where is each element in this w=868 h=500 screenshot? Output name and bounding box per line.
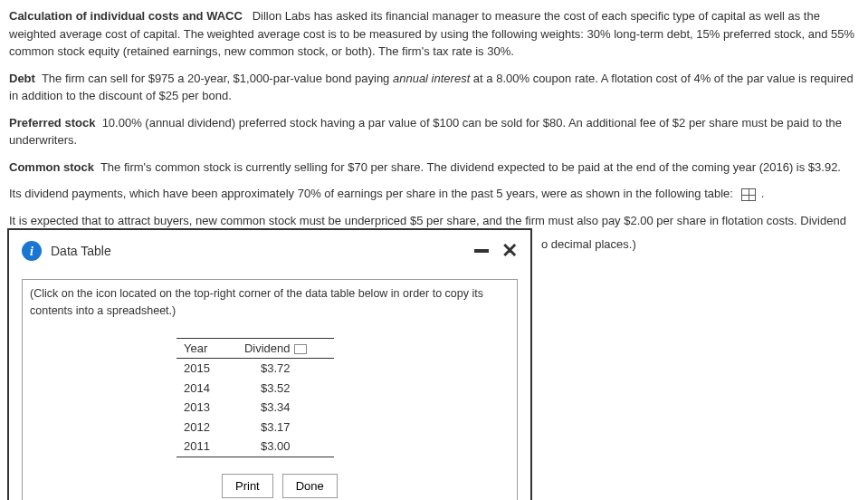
common-line2: Its dividend payments, which have been a… xyxy=(9,185,859,203)
modal-header: i Data Table ✕ xyxy=(9,230,530,265)
modal-title: Data Table xyxy=(51,242,111,261)
intro-paragraph: Calculation of individual costs and WACC… xyxy=(9,7,859,61)
info-icon: i xyxy=(22,241,42,261)
preferred-paragraph: Preferred stock 10.00% (annual dividend)… xyxy=(9,114,859,149)
close-icon[interactable]: ✕ xyxy=(501,241,518,261)
common-label: Common stock xyxy=(9,160,94,174)
data-table-modal: i Data Table ✕ (Click on the icon locate… xyxy=(7,228,532,265)
table-icon[interactable] xyxy=(741,188,756,201)
common-paragraph: Common stock The firm's common stock is … xyxy=(9,159,859,177)
debt-label: Debt xyxy=(9,72,35,85)
debt-paragraph: Debt The firm can sell for $975 a 20-yea… xyxy=(9,70,859,105)
obscured-text: o decimal places.) xyxy=(541,236,636,254)
problem-text: Calculation of individual costs and WACC… xyxy=(9,7,859,249)
minimize-icon[interactable] xyxy=(474,249,489,253)
preferred-label: Preferred stock xyxy=(9,116,95,130)
problem-title: Calculation of individual costs and WACC xyxy=(9,9,243,23)
